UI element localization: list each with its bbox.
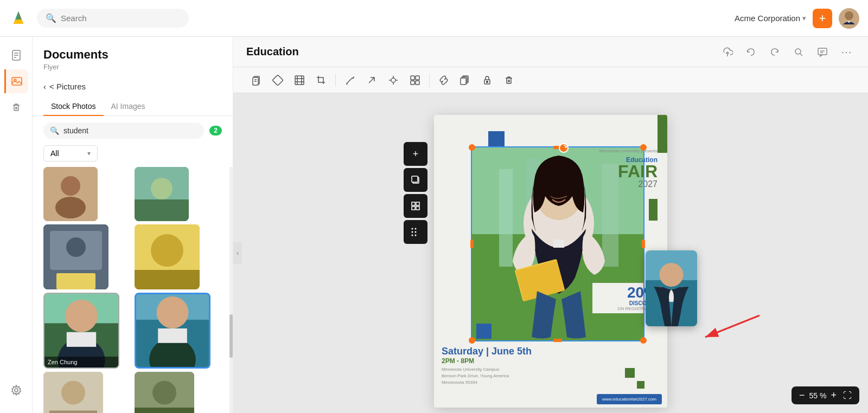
- photo-search-bar[interactable]: 🔍: [43, 122, 204, 139]
- float-dots-tool[interactable]: [404, 220, 427, 244]
- photo-zen-chung[interactable]: Zen Chung: [43, 293, 119, 369]
- search-doc-icon[interactable]: [790, 43, 807, 61]
- svg-line-103: [705, 315, 760, 337]
- app-logo[interactable]: [9, 9, 28, 28]
- iconbar-trash[interactable]: [4, 95, 28, 119]
- more-options-icon[interactable]: ⋯: [838, 43, 855, 61]
- float-grid-tool[interactable]: [404, 194, 427, 218]
- photo-thumb[interactable]: [43, 167, 98, 221]
- company-name[interactable]: Acme Corporation ▾: [735, 14, 806, 23]
- photo-thumb[interactable]: [135, 372, 194, 413]
- flyer-website-btn[interactable]: www.educationfair2027.com: [597, 394, 662, 404]
- svg-rect-68: [416, 76, 419, 80]
- svg-rect-82: [416, 202, 419, 205]
- flyer-fair-text: FAIR: [592, 164, 658, 179]
- add-button[interactable]: +: [813, 9, 832, 28]
- svg-rect-8: [12, 78, 22, 85]
- svg-point-16: [55, 197, 86, 218]
- cloud-save-icon[interactable]: [718, 43, 736, 61]
- sidebar-title: Documents: [43, 48, 222, 62]
- undo-icon[interactable]: [742, 43, 760, 61]
- avatar[interactable]: [839, 8, 859, 29]
- doc-header-right: ⋯: [718, 43, 855, 61]
- zoom-value: 55 %: [809, 391, 827, 400]
- rotation-handle[interactable]: [559, 143, 569, 153]
- redo-icon[interactable]: [766, 43, 783, 61]
- photo-thumb[interactable]: [135, 224, 200, 289]
- sidebar-scroll-thumb[interactable]: [229, 314, 233, 358]
- tab-stock-photos[interactable]: Stock Photos: [43, 98, 104, 116]
- svg-point-106: [660, 263, 684, 287]
- svg-rect-42: [135, 408, 194, 413]
- arrow-tool[interactable]: [362, 70, 381, 90]
- photo-thumb[interactable]: [43, 372, 103, 413]
- eraser-tool[interactable]: [268, 70, 288, 90]
- fullscreen-button[interactable]: ⛶: [841, 391, 854, 401]
- iconbar-document[interactable]: [4, 43, 28, 67]
- dec-blue-sq-1: [488, 131, 505, 147]
- photo-being-dragged[interactable]: [135, 293, 210, 369]
- svg-rect-46: [818, 48, 827, 55]
- lock-tool[interactable]: [477, 70, 497, 90]
- sidebar-back-button[interactable]: ‹ < Pictures: [33, 75, 233, 91]
- photo-thumb[interactable]: [43, 224, 108, 289]
- comment-icon[interactable]: [814, 43, 831, 61]
- photo-label-zen-chung: Zen Chung: [44, 357, 118, 367]
- delete-tool[interactable]: [499, 70, 519, 90]
- dragged-photo-ghost[interactable]: [646, 250, 697, 326]
- svg-rect-54: [295, 76, 304, 85]
- zoom-out-button[interactable]: −: [797, 390, 807, 401]
- iconbar-settings[interactable]: [4, 378, 28, 402]
- svg-point-41: [152, 381, 176, 405]
- svg-rect-10: [14, 105, 18, 111]
- svg-line-59: [347, 78, 352, 83]
- link-tool[interactable]: [434, 70, 454, 90]
- doc-header: Education: [233, 37, 868, 67]
- flyer-container: +: [434, 115, 667, 408]
- dec-blue-sq-bottom: [476, 324, 492, 339]
- search-input[interactable]: [61, 14, 169, 23]
- flyer-date: Saturday | June 5th: [442, 346, 660, 357]
- svg-rect-101: [553, 240, 564, 248]
- topbar: 🔍 Acme Corporation ▾ +: [0, 0, 868, 37]
- svg-rect-31: [67, 332, 96, 347]
- canvas-area[interactable]: ‹ +: [233, 93, 868, 413]
- svg-rect-67: [411, 76, 414, 80]
- iconbar-images[interactable]: [4, 69, 28, 93]
- svg-point-19: [151, 178, 173, 199]
- floating-tools: +: [404, 142, 427, 244]
- float-copy-tool[interactable]: [404, 168, 427, 192]
- flyer-date-section: Saturday | June 5th 2PM - 8PM Minnesota …: [434, 341, 667, 388]
- filter-chevron-icon: ▾: [87, 150, 91, 157]
- svg-point-25: [151, 234, 183, 267]
- paste-tool[interactable]: [246, 70, 266, 90]
- svg-rect-70: [416, 81, 419, 85]
- pen-tool[interactable]: [340, 70, 360, 90]
- dec-green-sq-bottom-1: [625, 368, 635, 378]
- photo-search-input[interactable]: [63, 126, 158, 135]
- transform-tool[interactable]: [290, 70, 309, 90]
- photo-thumb[interactable]: [135, 167, 189, 221]
- svg-point-89: [412, 231, 413, 233]
- effects-tool[interactable]: [384, 70, 403, 90]
- grid-tool[interactable]: [405, 70, 425, 90]
- svg-point-29: [65, 300, 98, 332]
- sidebar-collapse-handle[interactable]: ‹: [233, 242, 242, 264]
- doc-title: Education: [246, 46, 299, 58]
- svg-rect-23: [56, 273, 95, 289]
- photo-count-badge: 2: [209, 126, 222, 135]
- search-bar[interactable]: 🔍: [37, 9, 189, 28]
- float-add-tool[interactable]: +: [404, 142, 427, 166]
- svg-point-15: [61, 176, 80, 196]
- tab-ai-images[interactable]: AI Images: [104, 98, 153, 116]
- svg-line-61: [369, 78, 374, 83]
- zoom-in-button[interactable]: +: [828, 390, 839, 401]
- svg-rect-105: [646, 280, 697, 326]
- crop-tool[interactable]: [311, 70, 331, 90]
- filter-dropdown[interactable]: All ▾: [43, 145, 98, 162]
- svg-point-85: [415, 228, 417, 230]
- main-layout: Documents Flyer ‹ < Pictures Stock Photo…: [0, 37, 868, 413]
- layers-tool[interactable]: [456, 70, 475, 90]
- sidebar-scrollbar[interactable]: [229, 167, 233, 413]
- svg-point-13: [15, 389, 18, 392]
